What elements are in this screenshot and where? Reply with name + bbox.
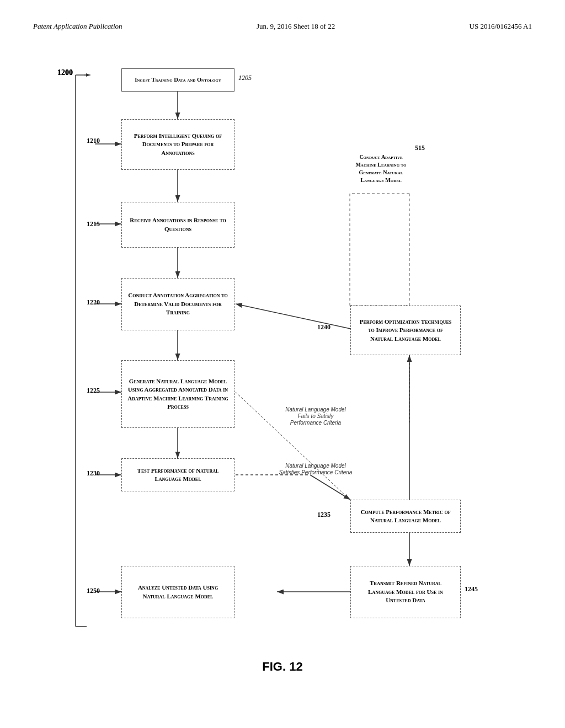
label-1240: 1240 — [317, 323, 331, 331]
box-1205-label: Ingest Training Data and Ontology — [135, 76, 221, 84]
box-1230-label: Test Performance of Natural Language Mod… — [127, 467, 228, 484]
label-1235: 1235 — [317, 511, 331, 519]
header-right: US 2016/0162456 A1 — [470, 22, 532, 31]
box-1250-label: Analyze Untested Data Using Natural Lang… — [127, 584, 228, 601]
box-515-label: Conduct Adaptive Machine Learning to Gen… — [352, 153, 410, 184]
svg-line-16 — [310, 475, 350, 500]
label-515: 515 — [415, 144, 425, 152]
box-1215-label: Receive Annotations in Response to Quest… — [127, 216, 228, 233]
box-1215: Receive Annotations in Response to Quest… — [121, 202, 234, 248]
box-1230: Test Performance of Natural Language Mod… — [121, 458, 234, 491]
svg-line-23 — [236, 392, 350, 500]
box-1220: Conduct Annotation Aggregation to Determ… — [121, 278, 234, 330]
label-1215: 1215 — [87, 220, 100, 228]
box-1210: Perform Intelligent Queuing of Documents… — [121, 119, 234, 170]
box-515: Conduct Adaptive Machine Learning to Gen… — [352, 144, 410, 194]
svg-text:Natural Language Model: Natural Language Model — [285, 406, 346, 413]
label-1245: 1245 — [465, 585, 478, 593]
label-1250: 1250 — [87, 587, 100, 595]
label-1230: 1230 — [87, 469, 100, 478]
box-1250: Analyze Untested Data Using Natural Lang… — [121, 566, 234, 618]
box-1220-label: Conduct Annotation Aggregation to Determ… — [127, 291, 228, 317]
box-1240: Perform Optimization Techniques to Impro… — [350, 306, 461, 355]
box-1235-label: Compute Performance Metric of Natural La… — [356, 508, 455, 525]
box-1235: Compute Performance Metric of Natural La… — [350, 500, 461, 533]
header-center: Jun. 9, 2016 Sheet 18 of 22 — [257, 22, 335, 31]
box-1240-label: Perform Optimization Techniques to Impro… — [356, 318, 455, 343]
svg-text:Performance Criteria: Performance Criteria — [290, 420, 342, 426]
page-header: Patent Application Publication Jun. 9, 2… — [33, 22, 532, 31]
box-1245: Transmit Refined Natural Language Model … — [350, 566, 461, 618]
figure-caption: FIG. 12 — [33, 660, 532, 674]
label-1225: 1225 — [87, 387, 100, 395]
svg-text:Natural Language Model: Natural Language Model — [285, 463, 346, 469]
diagram: Natural Language Model Fails to Satisfy … — [45, 47, 520, 654]
box-1210-label: Perform Intelligent Queuing of Documents… — [127, 132, 228, 157]
svg-line-18 — [236, 304, 350, 329]
box-1225-label: Generate Natural Language Model Using Ag… — [127, 377, 228, 411]
svg-text:Satisfies Performance Criteria: Satisfies Performance Criteria — [279, 469, 353, 475]
label-1220: 1220 — [87, 298, 100, 307]
label-1210: 1210 — [87, 137, 100, 145]
svg-text:Fails to Satisfy: Fails to Satisfy — [297, 413, 334, 419]
label-1200-text: 1200 — [57, 68, 73, 77]
label-1205: 1205 — [238, 74, 252, 82]
box-1205: Ingest Training Data and Ontology — [121, 68, 234, 92]
header-left: Patent Application Publication — [33, 22, 122, 31]
box-1225: Generate Natural Language Model Using Ag… — [121, 360, 234, 428]
box-1245-label: Transmit Refined Natural Language Model … — [356, 579, 455, 604]
